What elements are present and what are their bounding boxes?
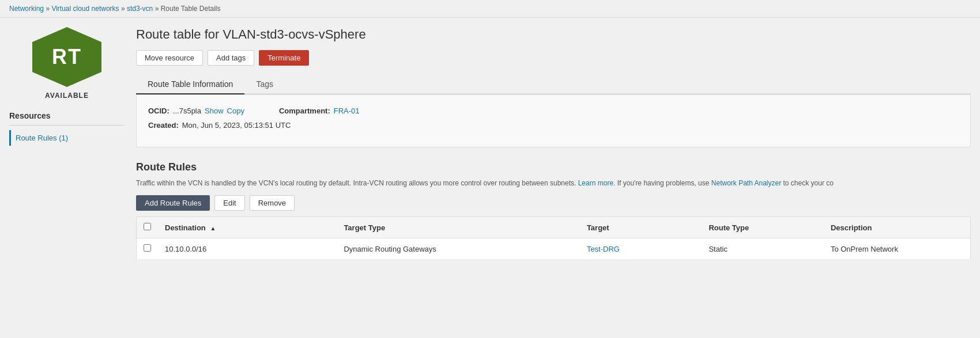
row-target-link[interactable]: Test-DRG <box>587 245 620 253</box>
breadcrumb-std3vcn[interactable]: std3-vcn <box>127 5 153 13</box>
resources-section: Resources Route Rules (1) <box>9 111 125 146</box>
row-destination: 10.10.0.0/16 <box>158 238 337 260</box>
row-target: Test-DRG <box>580 238 702 260</box>
left-panel: RT AVAILABLE Resources Route Rules (1) <box>9 27 125 260</box>
action-buttons: Move resource Add tags Terminate <box>136 50 971 66</box>
breadcrumb-current: Route Table Details <box>161 5 221 13</box>
breadcrumb-networking[interactable]: Networking <box>9 5 44 13</box>
remove-button[interactable]: Remove <box>250 195 295 211</box>
route-rules-desc-text: Traffic within the VCN is handled by the… <box>136 179 576 187</box>
route-rules-title: Route Rules <box>136 161 971 173</box>
header-checkbox-col <box>137 217 159 238</box>
header-target[interactable]: Target <box>580 217 702 238</box>
resources-title: Resources <box>9 111 125 126</box>
path-analyzer-suffix: to check your co <box>783 179 834 187</box>
learn-more-link[interactable]: Learn more. <box>578 179 616 187</box>
select-all-checkbox[interactable] <box>144 223 151 230</box>
sort-icon-destination: ▲ <box>210 225 216 231</box>
table-row: 10.10.0.0/16 Dynamic Routing Gateways Te… <box>137 238 971 260</box>
header-route-type-label: Route Type <box>708 223 749 232</box>
ocid-label: OCID: <box>148 107 169 115</box>
compartment-field: Compartment: FRA-01 <box>279 107 360 115</box>
row-checkbox[interactable] <box>144 244 151 252</box>
route-rules-description: Traffic within the VCN is handled by the… <box>136 178 971 188</box>
tab-tags[interactable]: Tags <box>244 75 285 94</box>
resource-icon-container: RT AVAILABLE <box>9 27 125 100</box>
path-analyzer-text: If you're having problems, use <box>617 179 710 187</box>
add-tags-button[interactable]: Add tags <box>208 50 254 66</box>
ocid-field: OCID: ...7s5pla Show Copy <box>148 107 244 115</box>
edit-button[interactable]: Edit <box>214 195 244 211</box>
created-value: Mon, Jun 5, 2023, 05:13:51 UTC <box>182 121 291 130</box>
header-target-type-label: Target Type <box>344 223 385 232</box>
compartment-label: Compartment: <box>279 107 330 115</box>
breadcrumb-vcn[interactable]: Virtual cloud networks <box>51 5 119 13</box>
ocid-value: ...7s5pla <box>173 107 201 115</box>
breadcrumb-sep-3: » <box>155 5 161 13</box>
row-description: To OnPrem Network <box>824 238 971 260</box>
table-header-row: Destination ▲ Target Type Target Route T… <box>137 217 971 238</box>
header-route-type[interactable]: Route Type <box>702 217 823 238</box>
row-route-type: Static <box>702 238 823 260</box>
info-row-2: Created: Mon, Jun 5, 2023, 05:13:51 UTC <box>148 121 959 130</box>
created-field: Created: Mon, Jun 5, 2023, 05:13:51 UTC <box>148 121 291 130</box>
right-panel: Route table for VLAN-std3-ocvs-vSphere M… <box>136 27 971 260</box>
status-badge: AVAILABLE <box>45 92 89 100</box>
breadcrumb-sep-2: » <box>121 5 127 13</box>
header-destination-label: Destination <box>165 223 206 232</box>
breadcrumb: Networking » Virtual cloud networks » st… <box>0 0 980 18</box>
ocid-copy-link[interactable]: Copy <box>227 107 244 115</box>
ocid-show-link[interactable]: Show <box>205 107 224 115</box>
breadcrumb-sep-1: » <box>46 5 51 13</box>
hexagon-initials: RT <box>52 45 82 69</box>
header-target-type[interactable]: Target Type <box>337 217 580 238</box>
tab-route-table-information[interactable]: Route Table Information <box>136 75 244 94</box>
info-panel: OCID: ...7s5pla Show Copy Compartment: F… <box>136 94 971 147</box>
network-path-analyzer-link[interactable]: Network Path Analyzer <box>711 179 781 187</box>
resource-hexagon: RT <box>32 27 101 87</box>
row-target-type: Dynamic Routing Gateways <box>337 238 580 260</box>
move-resource-button[interactable]: Move resource <box>136 50 203 66</box>
route-rules-table: Destination ▲ Target Type Target Route T… <box>136 217 971 260</box>
tabs: Route Table Information Tags <box>136 75 971 94</box>
terminate-button[interactable]: Terminate <box>259 50 309 66</box>
header-destination[interactable]: Destination ▲ <box>158 217 337 238</box>
page-title: Route table for VLAN-std3-ocvs-vSphere <box>136 27 971 42</box>
table-actions: Add Route Rules Edit Remove <box>136 195 971 211</box>
row-checkbox-col <box>137 238 159 260</box>
info-row-1: OCID: ...7s5pla Show Copy Compartment: F… <box>148 107 959 115</box>
sidebar-item-route-rules[interactable]: Route Rules (1) <box>9 130 125 146</box>
compartment-value[interactable]: FRA-01 <box>334 107 360 115</box>
add-route-rules-button[interactable]: Add Route Rules <box>136 195 210 211</box>
header-target-label: Target <box>587 223 609 232</box>
header-description[interactable]: Description <box>824 217 971 238</box>
header-description-label: Description <box>831 223 872 232</box>
created-label: Created: <box>148 121 179 130</box>
